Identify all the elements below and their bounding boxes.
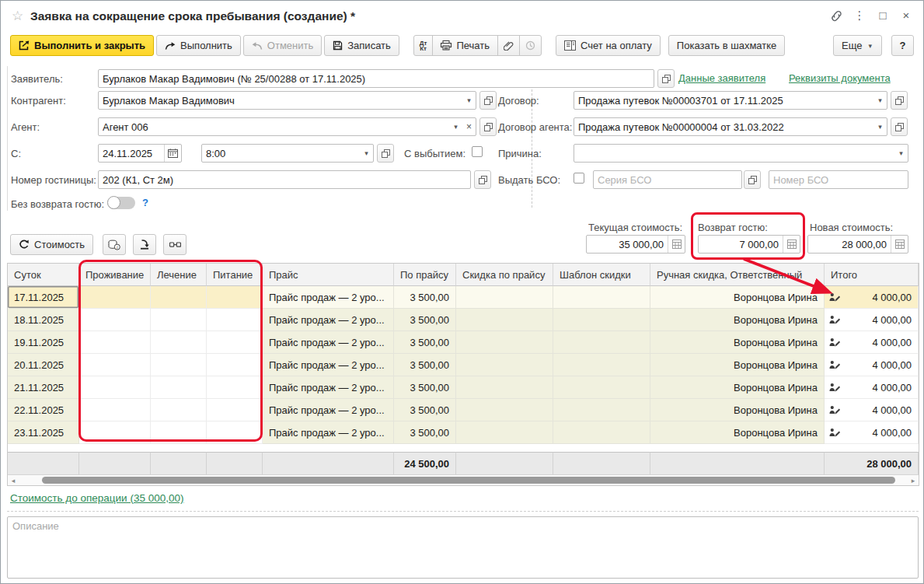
cell-treatment[interactable]	[151, 376, 207, 399]
scrollbar-track[interactable]	[19, 475, 908, 485]
hotel-room-open-button[interactable]	[474, 170, 491, 189]
cell-pricelist[interactable]: Прайс продаж — 2 уро...	[263, 354, 394, 376]
print-button[interactable]: Печать	[432, 35, 498, 56]
cell-treatment[interactable]	[151, 309, 207, 331]
cell-responsible[interactable]: Воронцова Ирина	[650, 331, 825, 354]
cell-discount-template[interactable]	[553, 399, 650, 421]
linked-view-button[interactable]	[163, 234, 187, 255]
cell-price-discount[interactable]	[456, 421, 553, 444]
agent-dropdown-icon[interactable]: ▾	[449, 118, 462, 135]
cell-pricelist[interactable]: Прайс продаж — 2 уро...	[263, 309, 394, 331]
hotel-room-input[interactable]	[99, 172, 470, 187]
cell-total[interactable]: 4 000,00	[825, 376, 919, 399]
cell-lodging[interactable]	[79, 354, 151, 376]
execute-button[interactable]: Выполнить	[156, 35, 241, 56]
execute-and-close-button[interactable]: Выполнить и закрыть	[10, 35, 154, 56]
cell-total[interactable]: 4 000,00	[825, 399, 919, 421]
cell-pricelist[interactable]: Прайс продаж — 2 уро...	[263, 331, 394, 354]
contract-input[interactable]	[574, 93, 873, 108]
cell-responsible[interactable]: Воронцова Ирина	[650, 399, 825, 421]
cell-total[interactable]: 4 000,00	[825, 309, 919, 331]
cell-by-price[interactable]: 3 500,00	[394, 331, 456, 354]
cell-lodging[interactable]	[79, 309, 151, 331]
cell-pricelist[interactable]: Прайс продаж — 2 уро...	[263, 421, 394, 444]
cell-discount-template[interactable]	[553, 376, 650, 399]
applicant-open-button[interactable]	[657, 69, 675, 88]
column-header-discount-template[interactable]: Шаблон скидки	[553, 264, 650, 286]
cell-date[interactable]: 23.11.2025	[8, 421, 79, 444]
cell-date[interactable]: 20.11.2025	[8, 354, 79, 376]
reason-dropdown-icon[interactable]: ▾	[894, 145, 908, 162]
cell-treatment[interactable]	[151, 399, 207, 421]
counterparty-dropdown-icon[interactable]: ▾	[462, 92, 476, 109]
cell-responsible[interactable]: Воронцова Ирина	[650, 354, 825, 376]
cell-lodging[interactable]	[79, 286, 151, 309]
cell-meals[interactable]	[207, 309, 263, 331]
column-header-meals[interactable]: Питание	[207, 264, 263, 286]
no-refund-hint[interactable]: ?	[142, 197, 148, 208]
cell-by-price[interactable]: 3 500,00	[394, 421, 456, 444]
from-time-open-button[interactable]	[377, 144, 394, 163]
with-departure-checkbox[interactable]	[472, 146, 483, 157]
fill-table-button[interactable]	[133, 234, 156, 255]
show-in-chessboard-button[interactable]: Показать в шахматке	[668, 35, 785, 56]
cell-date[interactable]: 18.11.2025	[8, 309, 79, 331]
cell-discount-template[interactable]	[553, 331, 650, 354]
applicant-data-link[interactable]: Данные заявителя	[678, 72, 765, 84]
window-menu-icon[interactable]: ⋮	[851, 9, 868, 23]
cell-date[interactable]: 21.11.2025	[8, 376, 79, 399]
current-cost-calculator-icon[interactable]	[668, 236, 685, 253]
horizontal-scrollbar[interactable]: ◂ ▸	[8, 474, 919, 485]
scroll-left-icon[interactable]: ◂	[8, 477, 19, 484]
maximize-icon[interactable]: □	[874, 9, 891, 22]
calendar-icon[interactable]	[164, 145, 181, 162]
cell-pricelist[interactable]: Прайс продаж — 2 уро...	[263, 376, 394, 399]
cell-price-discount[interactable]	[456, 376, 553, 399]
cell-pricelist[interactable]: Прайс продаж — 2 уро...	[263, 286, 394, 309]
history-button[interactable]	[519, 35, 542, 56]
cell-meals[interactable]	[207, 354, 263, 376]
cell-meals[interactable]	[207, 421, 263, 444]
cell-responsible[interactable]: Воронцова Ирина	[650, 421, 825, 444]
bso-series-open-button[interactable]	[744, 170, 761, 189]
favorite-star-icon[interactable]: ☆	[12, 8, 23, 24]
scrollbar-thumb[interactable]	[42, 477, 895, 484]
cell-total[interactable]: 4 000,00	[825, 286, 919, 309]
cell-price-discount[interactable]	[456, 331, 553, 354]
recalc-cost-button[interactable]: Стоимость	[10, 234, 93, 255]
contract-open-button[interactable]	[891, 91, 908, 110]
cell-lodging[interactable]	[79, 331, 151, 354]
agent-input[interactable]	[99, 119, 449, 135]
save-button[interactable]: Записать	[324, 35, 399, 56]
cell-treatment[interactable]	[151, 331, 207, 354]
dt-kt-button[interactable]: ДтКт	[413, 35, 434, 56]
cell-date[interactable]: 22.11.2025	[8, 399, 79, 421]
cell-price-discount[interactable]	[456, 309, 553, 331]
refund-calculator-icon[interactable]	[783, 236, 800, 253]
cell-by-price[interactable]: 3 500,00	[394, 399, 456, 421]
get-link-icon[interactable]	[829, 9, 844, 23]
cell-total[interactable]: 4 000,00	[825, 331, 919, 354]
cell-total[interactable]: 4 000,00	[825, 421, 919, 444]
cell-lodging[interactable]	[79, 376, 151, 399]
cell-meals[interactable]	[207, 286, 263, 309]
column-header-days[interactable]: Суток	[8, 264, 79, 286]
contract-dropdown-icon[interactable]: ▾	[873, 92, 887, 109]
applicant-input[interactable]	[99, 71, 654, 86]
counterparty-open-button[interactable]	[479, 91, 497, 110]
agent-contract-input[interactable]	[574, 119, 873, 135]
cell-discount-template[interactable]	[553, 309, 650, 331]
cell-discount-template[interactable]	[553, 421, 650, 444]
current-cost-input[interactable]	[587, 236, 668, 252]
from-date-input[interactable]	[99, 145, 164, 161]
column-header-manual-discount[interactable]: Ручная скидка, Ответственный	[650, 264, 825, 286]
cell-lodging[interactable]	[79, 421, 151, 444]
cell-treatment[interactable]	[151, 421, 207, 444]
agent-clear-icon[interactable]: ×	[462, 118, 476, 135]
cancel-button[interactable]: Отменить	[243, 35, 322, 56]
new-cost-calculator-icon[interactable]	[891, 236, 908, 253]
cell-discount-template[interactable]	[553, 354, 650, 376]
attachments-button[interactable]	[497, 35, 520, 56]
new-cost-input[interactable]	[808, 236, 891, 252]
scroll-right-icon[interactable]: ▸	[908, 477, 919, 484]
